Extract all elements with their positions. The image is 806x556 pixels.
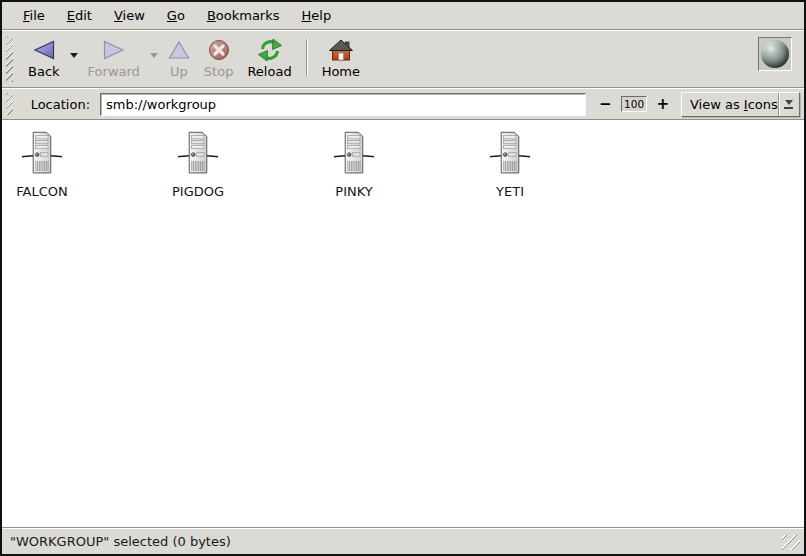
menu-edit[interactable]: Edit xyxy=(56,3,103,29)
up-arrow-icon xyxy=(168,36,190,63)
icon-view[interactable]: FALCON PIGDOG PINKY YETI xyxy=(2,119,804,527)
back-label: Back xyxy=(28,64,60,79)
server-name: YETI xyxy=(496,184,524,199)
home-icon xyxy=(328,36,354,63)
up-button[interactable]: Up xyxy=(161,33,197,82)
reload-label: Reload xyxy=(247,64,291,79)
menu-help[interactable]: Help xyxy=(291,3,343,29)
reload-button[interactable]: Reload xyxy=(240,33,298,82)
location-label: Location: xyxy=(31,97,90,112)
forward-arrow-icon xyxy=(101,36,127,63)
server-item-pinky[interactable]: PINKY xyxy=(322,130,386,199)
resize-grip[interactable] xyxy=(782,535,800,550)
home-button[interactable]: Home xyxy=(315,33,367,82)
back-arrow-icon xyxy=(31,36,57,63)
server-name: FALCON xyxy=(16,184,67,199)
server-name: PIGDOG xyxy=(172,184,224,199)
menubar: File Edit View Go Bookmarks Help xyxy=(2,2,804,30)
menu-go[interactable]: Go xyxy=(156,3,196,29)
menu-file[interactable]: File xyxy=(12,3,56,29)
view-as-dropdown[interactable]: View as Icons xyxy=(681,92,800,117)
network-server-icon xyxy=(332,130,376,178)
forward-button[interactable]: Forward xyxy=(81,33,147,82)
location-input[interactable] xyxy=(100,93,586,116)
chevron-down-icon xyxy=(150,53,158,58)
reload-icon xyxy=(257,36,283,63)
toolbar-separator xyxy=(306,39,308,77)
view-as-label: View as Icons xyxy=(682,97,778,112)
menu-bookmarks[interactable]: Bookmarks xyxy=(196,3,291,29)
file-manager-window: File Edit View Go Bookmarks Help Back Fo… xyxy=(0,0,806,556)
home-label: Home xyxy=(322,64,360,79)
up-label: Up xyxy=(170,64,188,79)
network-server-icon xyxy=(488,130,532,178)
server-item-pigdog[interactable]: PIGDOG xyxy=(166,130,230,199)
server-item-falcon[interactable]: FALCON xyxy=(10,130,74,199)
forward-history-dropdown[interactable] xyxy=(147,53,161,58)
server-name: PINKY xyxy=(335,184,372,199)
status-text: "WORKGROUP" selected (0 bytes) xyxy=(10,534,231,549)
network-server-icon xyxy=(176,130,220,178)
stop-button[interactable]: Stop xyxy=(197,33,241,82)
forward-label: Forward xyxy=(88,64,140,79)
globe-sphere-icon xyxy=(761,40,789,68)
status-bar: "WORKGROUP" selected (0 bytes) xyxy=(2,527,804,554)
server-item-yeti[interactable]: YETI xyxy=(478,130,542,199)
throbber xyxy=(758,37,792,71)
toolbar: Back Forward Up xyxy=(2,30,804,88)
toolbar-drag-handle[interactable] xyxy=(6,36,13,82)
stop-icon xyxy=(207,36,231,63)
back-button[interactable]: Back xyxy=(21,33,67,82)
chevron-down-icon xyxy=(70,53,78,58)
zoom-in-button[interactable]: + xyxy=(654,97,671,112)
zoom-out-button[interactable]: − xyxy=(597,97,614,112)
location-bar: Location: − 100 + View as Icons xyxy=(2,88,804,119)
dropdown-arrow-icon xyxy=(778,93,799,116)
menu-view[interactable]: View xyxy=(103,3,156,29)
location-bar-drag-handle[interactable] xyxy=(6,93,13,115)
stop-label: Stop xyxy=(204,64,234,79)
network-server-icon xyxy=(20,130,64,178)
zoom-level-indicator[interactable]: 100 xyxy=(621,96,648,112)
back-history-dropdown[interactable] xyxy=(67,53,81,58)
